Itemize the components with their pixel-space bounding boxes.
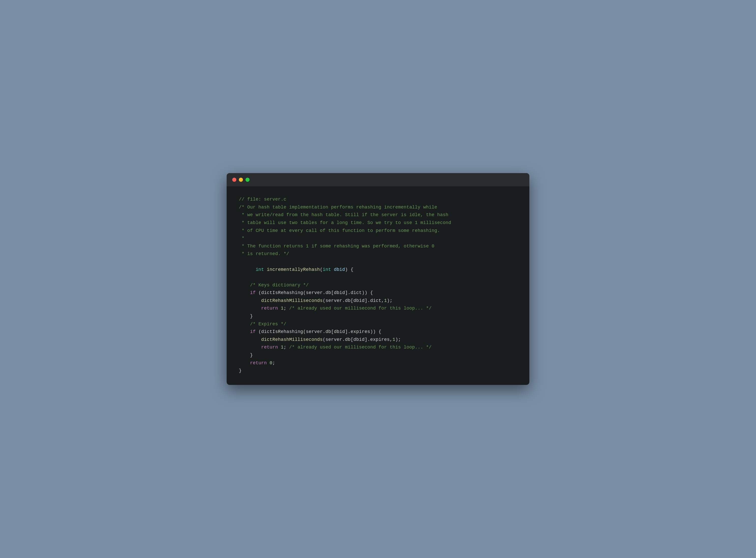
return0-line: return 0; (239, 359, 517, 367)
code-window: // file: server.c /* Our hash table impl… (227, 173, 529, 385)
return-num-1: 1 (281, 306, 284, 311)
open-paren: ( (320, 267, 323, 272)
type-int: int (255, 267, 267, 272)
dict-call-end: ); (387, 298, 393, 303)
return-keyword-1: return (261, 306, 281, 311)
expires-comment: /* Expires */ (250, 322, 287, 327)
expires-call-args: (server.db[dbid].expires, (323, 337, 393, 342)
if-expires-line: if (dictIsRehashing(server.db[dbid].expi… (239, 328, 517, 336)
block-comment-1: /* Our hash table implementation perform… (239, 203, 517, 211)
return-num-0: 0 (270, 360, 272, 365)
if-keyword-keys: if (250, 290, 259, 295)
close-keys-line: } (239, 312, 517, 320)
expires-call-end: ); (395, 337, 401, 342)
expires-call-func: dictRehashMilliseconds (261, 337, 323, 342)
titlebar (227, 173, 529, 186)
keys-comment: /* Keys dictionary */ (250, 283, 309, 288)
param-name: dbid (334, 267, 345, 272)
code-editor: // file: server.c /* Our hash table impl… (227, 186, 529, 385)
return1-expires-line: return 1; /* already used our millisecon… (239, 344, 517, 351)
return-num-2: 1 (281, 345, 284, 350)
keys-comment-line: /* Keys dictionary */ (239, 281, 517, 289)
if-keys-line: if (dictIsRehashing(server.db[dbid].dict… (239, 289, 517, 297)
maximize-button[interactable] (245, 178, 249, 182)
minimize-button[interactable] (239, 178, 243, 182)
return-keyword-0: return (250, 360, 270, 365)
close-expires-line: } (239, 351, 517, 359)
block-comment-4: * of CPU time at every call of this func… (239, 227, 517, 235)
if-expires-content: (dictIsRehashing(server.db[dbid].expires… (259, 329, 381, 334)
file-comment: // file: server.c (239, 196, 517, 203)
block-comment-7: * is returned. */ (239, 250, 517, 258)
if-keys-content: (dictIsRehashing(server.db[dbid].dict)) … (259, 290, 373, 295)
param-type: int (323, 267, 334, 272)
block-comment-3: * table will use two tables for a long t… (239, 219, 517, 227)
semi-1: ; (284, 306, 289, 311)
loop-comment-1: /* already used our millisecond for this… (289, 306, 432, 311)
block-comment-6: * The function returns 1 if some rehashi… (239, 242, 517, 250)
close-button[interactable] (232, 178, 236, 182)
expires-comment-line: /* Expires */ (239, 320, 517, 328)
function-signature: int incrementallyRehash(int dbid) { (239, 258, 517, 281)
func-name: incrementallyRehash (267, 267, 320, 272)
return1-keys-line: return 1; /* already used our millisecon… (239, 304, 517, 312)
return-keyword-2: return (261, 345, 281, 350)
close-func-line: } (239, 367, 517, 375)
semi-0: ; (272, 360, 275, 365)
dict-call-line: dictRehashMilliseconds(server.db[dbid].d… (239, 297, 517, 305)
block-comment-5: * (239, 234, 517, 242)
loop-comment-2: /* already used our millisecond for this… (289, 345, 432, 350)
if-keyword-expires: if (250, 329, 259, 334)
dict-call-func: dictRehashMilliseconds (261, 298, 323, 303)
block-comment-2: * we write/read from the hash table. Sti… (239, 211, 517, 219)
expires-call-num: 1 (393, 337, 395, 342)
dict-call-num: 1 (384, 298, 387, 303)
dict-call-args: (server.db[dbid].dict, (323, 298, 384, 303)
expires-call-line: dictRehashMilliseconds(server.db[dbid].e… (239, 336, 517, 344)
close-paren: ) { (345, 267, 353, 272)
semi-2: ; (284, 345, 289, 350)
